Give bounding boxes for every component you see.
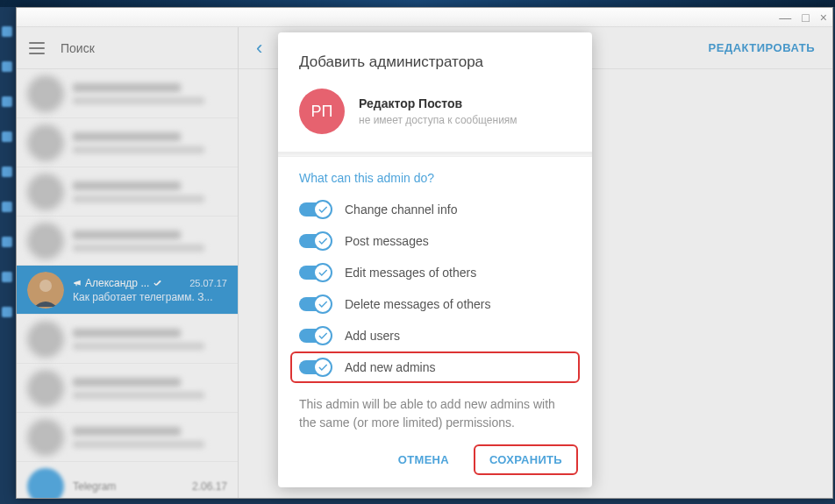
permission-label: Add new admins [345, 360, 436, 374]
window-titlebar: — □ × [17, 8, 832, 27]
megaphone-icon [73, 279, 82, 287]
os-taskbar [0, 0, 835, 7]
sidebar-header [17, 27, 238, 69]
check-icon [317, 235, 329, 247]
desktop-icons [2, 26, 14, 317]
maximize-icon[interactable]: □ [802, 11, 809, 24]
check-icon [317, 203, 329, 216]
chat-list: Александр ... 25.07.17 Как работает теле… [17, 69, 238, 498]
chat-date: 25.07.17 [189, 278, 227, 288]
permission-label: Add users [345, 329, 400, 343]
sidebar: Александр ... 25.07.17 Как работает теле… [17, 27, 239, 498]
list-item[interactable] [17, 69, 238, 118]
avatar: РП [299, 89, 345, 134]
toggle-switch[interactable] [299, 329, 331, 343]
toggle-switch[interactable] [299, 266, 331, 280]
list-item[interactable] [17, 217, 238, 266]
permission-row: Change channel info [290, 194, 580, 225]
chat-name: Александр ... [73, 277, 163, 289]
check-icon [317, 298, 329, 310]
permission-row: Delete messages of others [290, 288, 580, 320]
add-admin-modal: Добавить администратора РП Редактор Пост… [278, 32, 592, 487]
modal-actions: ОТМЕНА СОХРАНИТЬ [278, 432, 592, 475]
checks-icon [153, 279, 163, 287]
permissions-heading: What can this admin do? [278, 157, 592, 190]
cancel-button[interactable]: ОТМЕНА [382, 444, 465, 475]
list-item[interactable] [17, 118, 238, 167]
list-item[interactable]: Telegram 2.06.17 [17, 462, 238, 498]
toggle-switch[interactable] [299, 360, 331, 374]
list-item-selected[interactable]: Александр ... 25.07.17 Как работает теле… [17, 266, 238, 315]
back-icon[interactable]: ‹ [256, 37, 262, 60]
menu-icon[interactable] [29, 42, 45, 54]
permission-label: Edit messages of others [345, 266, 476, 280]
avatar [27, 272, 64, 309]
admin-summary: РП Редактор Постов не имеет доступа к со… [278, 85, 592, 152]
permissions-note: This admin will be able to add new admin… [278, 383, 592, 432]
toggle-switch[interactable] [299, 297, 331, 311]
list-item[interactable] [17, 315, 238, 364]
admin-subtext: не имеет доступа к сообщениям [359, 114, 517, 126]
permission-label: Delete messages of others [345, 297, 491, 311]
permission-row: Add new admins [290, 351, 580, 383]
minimize-icon[interactable]: — [779, 11, 791, 24]
save-button[interactable]: СОХРАНИТЬ [474, 444, 578, 475]
close-icon[interactable]: × [820, 11, 827, 24]
toggle-switch[interactable] [299, 202, 331, 217]
permission-row: Edit messages of others [290, 257, 580, 288]
check-icon [317, 330, 329, 342]
permission-row: Post messages [290, 225, 580, 257]
permission-row: Add users [290, 320, 580, 351]
toggle-switch[interactable] [299, 234, 331, 248]
chat-date: 2.06.17 [192, 480, 227, 493]
modal-title: Добавить администратора [278, 53, 592, 85]
app-window: — □ × Алекса [16, 7, 833, 499]
check-icon [317, 266, 329, 279]
permission-label: Change channel info [345, 202, 457, 217]
search-input[interactable] [61, 41, 225, 55]
chat-preview: Как работает телеграмм. З... [73, 291, 227, 303]
list-item[interactable] [17, 167, 238, 217]
permission-label: Post messages [345, 234, 429, 248]
list-item[interactable] [17, 413, 238, 462]
check-icon [317, 361, 329, 373]
edit-button[interactable]: РЕДАКТИРОВАТЬ [709, 41, 815, 54]
chat-name: Telegram [73, 480, 116, 493]
list-item[interactable] [17, 364, 238, 413]
permissions-list: Change channel infoPost messagesEdit mes… [278, 190, 592, 383]
admin-name: Редактор Постов [359, 96, 517, 110]
